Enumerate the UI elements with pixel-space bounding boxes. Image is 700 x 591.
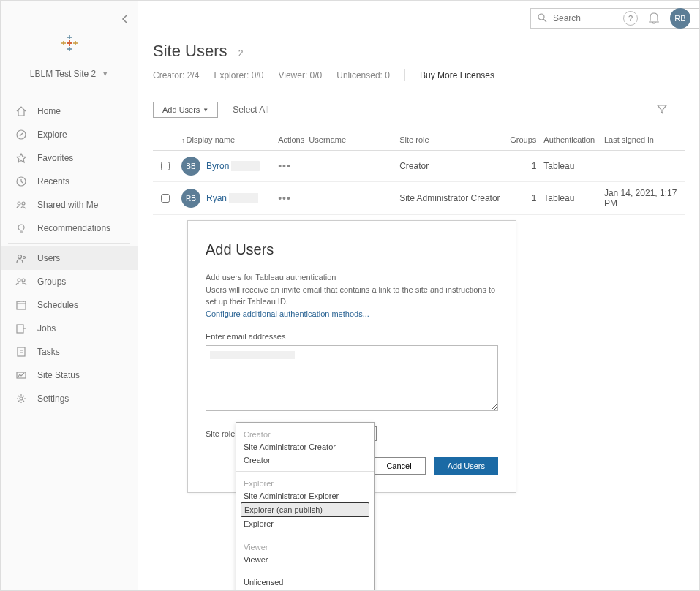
- col-auth[interactable]: Authentication: [543, 135, 604, 144]
- nav-settings[interactable]: Settings: [1, 387, 138, 410]
- groups-icon: [15, 276, 27, 287]
- table-row: RBRyan ••• Site Administrator Creator 1 …: [153, 182, 685, 215]
- siterole-dropdown: Creator Site Administrator Creator Creat…: [236, 422, 375, 591]
- modal-desc-1: Add users for Tableau authentication: [206, 271, 498, 284]
- topbar: ? RB: [138, 1, 699, 36]
- col-username[interactable]: Username: [309, 135, 399, 144]
- nav-site-status[interactable]: Site Status: [1, 364, 138, 387]
- select-all-link[interactable]: Select All: [233, 105, 268, 115]
- unlicensed-count: Unlicensed: 0: [336, 70, 390, 80]
- nav-divider: [8, 243, 130, 244]
- help-button[interactable]: ?: [623, 11, 638, 26]
- site-name: LBLM Test Site 2: [30, 69, 97, 79]
- user-count: 2: [238, 48, 244, 59]
- svg-point-12: [18, 202, 20, 205]
- add-users-dropdown-button[interactable]: Add Users ▼: [153, 102, 218, 118]
- buy-licenses-link[interactable]: Buy More Licenses: [420, 70, 494, 80]
- user-name-link[interactable]: Byron: [206, 161, 229, 171]
- email-label: Enter email addresses: [206, 332, 498, 341]
- nav-users[interactable]: Users: [1, 246, 138, 270]
- license-summary: Creator: 2/4 Explorer: 0/0 Viewer: 0/0 U…: [153, 69, 685, 81]
- dd-option-site-admin-creator[interactable]: Site Administrator Creator: [236, 440, 374, 453]
- dd-group-explorer: Explorer: [236, 476, 374, 489]
- dd-option-site-admin-explorer[interactable]: Site Administrator Explorer: [236, 489, 374, 502]
- nav-favorites[interactable]: Favorites: [1, 146, 138, 170]
- jobs-icon: [15, 323, 27, 334]
- collapse-sidebar-button[interactable]: [121, 14, 129, 26]
- notifications-button[interactable]: [648, 11, 660, 26]
- creator-count: Creator: 2/4: [153, 70, 199, 80]
- nav-explore[interactable]: Explore: [1, 123, 138, 146]
- svg-point-15: [18, 255, 22, 259]
- tasks-icon: [15, 346, 27, 358]
- svg-point-16: [23, 257, 26, 259]
- row-checkbox[interactable]: [161, 162, 170, 170]
- modal-desc-2: Users will receive an invite email that …: [206, 284, 498, 308]
- filter-button[interactable]: [657, 104, 667, 116]
- col-display-name[interactable]: ↑Display name: [177, 135, 278, 144]
- users-table: ↑Display name Actions Username Site role…: [153, 129, 685, 215]
- row-site-role: Site Administrator Creator: [399, 193, 508, 203]
- dd-option-creator[interactable]: Creator: [236, 453, 374, 467]
- cancel-button[interactable]: Cancel: [372, 457, 425, 475]
- col-site-role[interactable]: Site role: [399, 135, 508, 144]
- nav-jobs[interactable]: Jobs: [1, 317, 138, 340]
- dd-option-explorer[interactable]: Explorer: [236, 517, 374, 530]
- row-checkbox[interactable]: [161, 194, 170, 203]
- sidebar: LBLM Test Site 2 ▼ Home Explore Favorite…: [1, 1, 138, 590]
- nav-recents[interactable]: Recents: [1, 170, 138, 193]
- col-actions[interactable]: Actions: [278, 135, 309, 144]
- star-icon: [15, 152, 27, 164]
- svg-rect-20: [17, 325, 23, 333]
- dd-divider: [236, 471, 374, 472]
- site-selector[interactable]: LBLM Test Site 2 ▼: [1, 69, 138, 79]
- nav-tasks[interactable]: Tasks: [1, 340, 138, 364]
- status-icon: [15, 369, 27, 381]
- svg-rect-21: [18, 347, 25, 356]
- bulb-icon: [15, 222, 27, 234]
- svg-rect-19: [17, 301, 26, 309]
- user-initials-avatar: BB: [181, 157, 200, 176]
- calendar-icon: [15, 299, 27, 311]
- redacted-surname: [229, 193, 258, 203]
- nav-schedules[interactable]: Schedules: [1, 293, 138, 317]
- users-icon: [15, 252, 27, 264]
- row-site-role: Creator: [399, 161, 508, 171]
- dd-option-viewer[interactable]: Viewer: [236, 553, 374, 566]
- row-auth: Tableau: [543, 193, 604, 203]
- caret-down-icon: ▼: [102, 70, 108, 78]
- dd-divider: [236, 535, 374, 535]
- clock-icon: [15, 176, 27, 187]
- row-actions-button[interactable]: •••: [278, 160, 291, 172]
- row-actions-button[interactable]: •••: [278, 192, 291, 204]
- gear-icon: [15, 393, 27, 404]
- viewer-count: Viewer: 0/0: [278, 70, 322, 80]
- nav-groups[interactable]: Groups: [1, 270, 138, 293]
- modal-title: Add Users: [206, 241, 498, 258]
- page-title: Site Users: [153, 42, 227, 61]
- col-groups[interactable]: Groups: [508, 135, 544, 144]
- row-groups: 1: [508, 193, 544, 203]
- redacted-surname: [231, 161, 260, 171]
- dd-option-unlicensed[interactable]: Unlicensed: [236, 576, 374, 589]
- nav-recommendations[interactable]: Recommendations: [1, 217, 138, 240]
- row-last-signed: Jan 14, 2021, 1:17 PM: [604, 188, 685, 208]
- svg-point-23: [20, 397, 23, 400]
- add-users-button[interactable]: Add Users: [434, 457, 498, 475]
- caret-down-icon: ▼: [203, 107, 208, 113]
- user-name-link[interactable]: Ryan: [206, 193, 227, 203]
- col-last-signed[interactable]: Last signed in: [604, 135, 685, 144]
- configure-auth-link[interactable]: Configure additional authentication meth…: [206, 309, 369, 318]
- dd-group-creator: Creator: [236, 427, 374, 440]
- svg-point-13: [22, 202, 25, 205]
- dd-option-explorer-publish[interactable]: Explorer (can publish): [241, 502, 369, 517]
- search-icon: [537, 12, 547, 25]
- people-icon: [15, 199, 27, 211]
- redacted-email-content: [210, 351, 295, 359]
- user-avatar[interactable]: RB: [670, 8, 690, 29]
- sort-ascending-icon: ↑: [181, 137, 185, 144]
- nav-shared[interactable]: Shared with Me: [1, 193, 138, 217]
- home-icon: [15, 105, 27, 117]
- svg-point-18: [22, 279, 25, 282]
- nav-home[interactable]: Home: [1, 99, 138, 123]
